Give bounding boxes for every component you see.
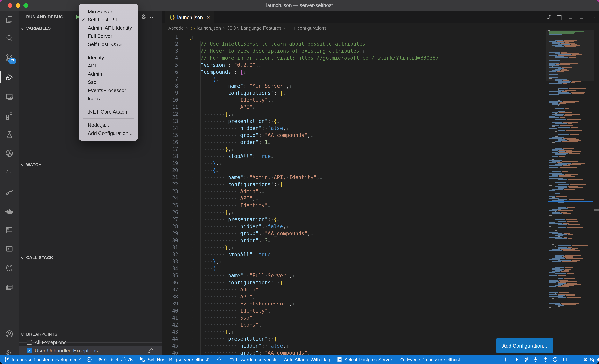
status-item-bitwarden-server-sln[interactable]: bitwarden-server.sln: [228, 357, 278, 363]
status-item-stop-icon[interactable]: [562, 357, 568, 363]
line-number[interactable]: 41: [162, 314, 188, 321]
line-number[interactable]: 36: [162, 279, 188, 286]
line-number[interactable]: 43: [162, 328, 188, 335]
status-item-feature-self-hosted-developmen[interactable]: feature/self-hosted-development*: [4, 357, 81, 363]
status-item-0[interactable]: ⊗0: [98, 357, 107, 362]
line-number[interactable]: 34: [162, 265, 188, 272]
line-number[interactable]: 27: [162, 216, 188, 223]
pencil-icon[interactable]: [148, 348, 154, 355]
braces-extension-icon[interactable]: {··}: [5, 168, 14, 177]
storage-icon[interactable]: [5, 225, 14, 235]
status-item-spell[interactable]: ⚙Spell: [583, 357, 599, 363]
line-number[interactable]: 20: [162, 167, 188, 174]
line-number[interactable]: 10: [162, 97, 188, 104]
line-number[interactable]: 26: [162, 209, 188, 216]
menu-item-add-configuration-[interactable]: Add Configuration...: [79, 129, 138, 137]
line-number[interactable]: 38: [162, 293, 188, 300]
menu-item-eventsprocessor[interactable]: EventsProcessor: [79, 86, 138, 94]
menu-item-self-host-oss[interactable]: Self Host: OSS: [79, 40, 138, 48]
line-number[interactable]: 11: [162, 104, 188, 111]
status-item-4[interactable]: ⚠4: [109, 357, 118, 362]
status-item-select-postgres-server[interactable]: Select Postgres Server: [336, 357, 392, 363]
breakpoint-checkbox[interactable]: [27, 340, 32, 345]
line-number[interactable]: 16: [162, 139, 188, 146]
line-number[interactable]: 28: [162, 223, 188, 230]
line-number[interactable]: 13: [162, 118, 188, 125]
remote-explorer-icon[interactable]: [5, 92, 14, 101]
line-number[interactable]: 39: [162, 300, 188, 307]
section-header-call-stack[interactable]: CALL STACK: [26, 255, 53, 260]
extensions-icon[interactable]: [5, 111, 14, 120]
status-item-pause-icon[interactable]: [503, 357, 509, 363]
line-number[interactable]: 45: [162, 342, 188, 349]
windows-icon[interactable]: [5, 283, 14, 292]
docker-icon[interactable]: [5, 206, 14, 216]
code-editor[interactable]: 1{↓2····//·Use·IntelliSense·to·learn·abo…: [162, 11, 599, 355]
status-item-continue-icon[interactable]: [513, 357, 519, 363]
line-number[interactable]: 5: [162, 62, 188, 69]
line-number[interactable]: 30: [162, 237, 188, 244]
line-number[interactable]: 37: [162, 286, 188, 293]
menu-item-icons[interactable]: Icons: [79, 94, 138, 103]
section-header-breakpoints[interactable]: BREAKPOINTS: [26, 332, 57, 336]
line-number[interactable]: 24: [162, 195, 188, 202]
search-icon[interactable]: [5, 34, 14, 43]
line-number[interactable]: 18: [162, 153, 188, 160]
line-number[interactable]: 33: [162, 258, 188, 265]
status-item-flame-icon[interactable]: [216, 357, 222, 363]
status-item-step-over-icon[interactable]: [523, 357, 529, 363]
account-icon[interactable]: [5, 329, 14, 339]
menu-item-node-js-[interactable]: Node.js...: [79, 121, 138, 129]
breakpoint-checkbox[interactable]: ✓: [27, 348, 32, 353]
status-item-auto-attach-with-flag[interactable]: Auto Attach: With Flag: [284, 357, 330, 362]
line-number[interactable]: 17: [162, 146, 188, 153]
status-item-restart-icon[interactable]: [552, 357, 558, 363]
line-number[interactable]: 3: [162, 47, 188, 54]
views-more-icon[interactable]: ···: [149, 13, 156, 21]
status-item-step-out-icon[interactable]: [542, 357, 548, 363]
explorer-icon[interactable]: [5, 15, 14, 24]
line-number[interactable]: 46: [162, 349, 188, 355]
status-item-self-host-bit-server-selfhost-[interactable]: Self Host: Bit (server-selfhost): [140, 357, 210, 363]
line-number[interactable]: 8: [162, 82, 188, 89]
source-control-icon[interactable]: 47: [5, 53, 14, 62]
line-number[interactable]: 32: [162, 251, 188, 258]
menu-item-min-server[interactable]: Min Server: [79, 7, 138, 16]
line-number[interactable]: 40: [162, 307, 188, 314]
git-graph-icon[interactable]: [5, 149, 14, 158]
launch-settings-gear-icon[interactable]: ⚙: [141, 13, 146, 21]
menu-item-admin-api-identity[interactable]: Admin, API, Identity: [79, 24, 138, 32]
line-number[interactable]: 4: [162, 54, 188, 62]
menu-item-self-host-bit[interactable]: ✓Self Host: Bit: [79, 16, 138, 24]
line-number[interactable]: 1: [162, 33, 188, 40]
section-header-watch[interactable]: WATCH: [26, 162, 42, 167]
line-number[interactable]: 19: [162, 160, 188, 167]
live-share-icon[interactable]: [5, 187, 14, 197]
line-number[interactable]: 21: [162, 174, 188, 181]
run-debug-icon[interactable]: [5, 72, 14, 82]
line-number[interactable]: 2: [162, 40, 188, 47]
line-number[interactable]: 14: [162, 125, 188, 132]
line-number[interactable]: 23: [162, 188, 188, 195]
status-item-publish-icon[interactable]: [86, 357, 92, 363]
menu-item-sso[interactable]: Sso: [79, 78, 138, 86]
menu-item--net-core-attach[interactable]: .NET Core Attach: [79, 108, 138, 116]
line-number[interactable]: 12: [162, 111, 188, 118]
line-number[interactable]: 6: [162, 69, 188, 75]
status-item-step-into-icon[interactable]: [532, 357, 538, 363]
testing-icon[interactable]: [5, 130, 14, 139]
line-number[interactable]: 22: [162, 181, 188, 188]
minimap[interactable]: [546, 30, 594, 334]
line-number[interactable]: 25: [162, 202, 188, 209]
status-item-eventsprocessor-selfhost[interactable]: EventsProcessor-selfhost: [399, 357, 460, 363]
line-number[interactable]: 9: [162, 89, 188, 97]
line-number[interactable]: 7: [162, 75, 188, 82]
breakpoint-row[interactable]: ✓User-Unhandled Exceptions: [19, 346, 162, 355]
menu-item-admin[interactable]: Admin: [79, 70, 138, 78]
line-number[interactable]: 44: [162, 335, 188, 342]
menu-item-identity[interactable]: Identity: [79, 53, 138, 62]
line-number[interactable]: 42: [162, 321, 188, 328]
line-number[interactable]: 15: [162, 132, 188, 139]
line-number[interactable]: 35: [162, 272, 188, 279]
terminal-icon[interactable]: [5, 244, 14, 254]
